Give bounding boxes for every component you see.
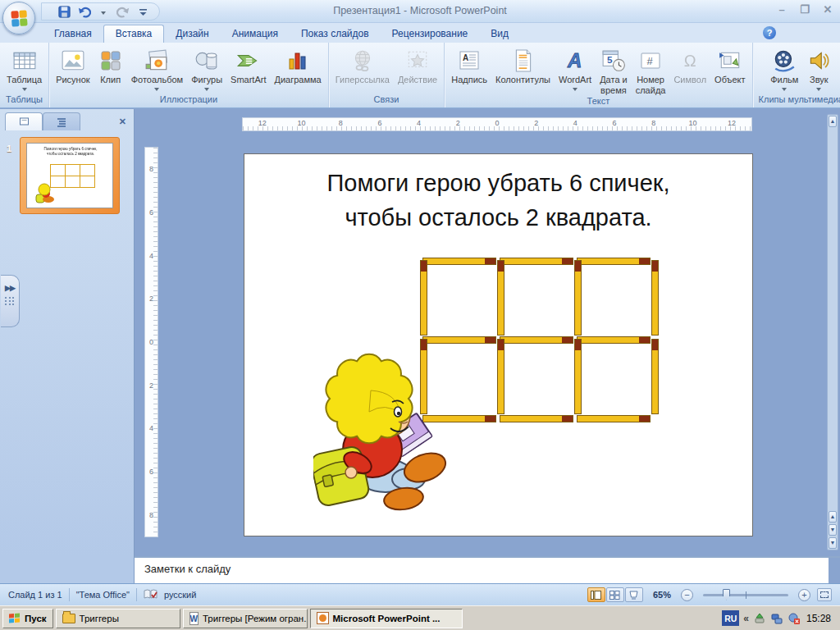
action-icon xyxy=(405,47,430,75)
work-area: ✕ 1 Помоги герою убрать 6 спичек, чтобы … xyxy=(0,109,840,556)
smartart-button[interactable]: SmartArt xyxy=(226,44,270,85)
zoom-in-button[interactable]: + xyxy=(798,589,810,601)
ruler-number: 8 xyxy=(321,118,360,130)
slideshow-view-button[interactable] xyxy=(625,587,643,602)
matchstick[interactable] xyxy=(500,415,573,422)
header-footer-button[interactable]: Колонтитулы xyxy=(491,44,555,85)
date-time-button[interactable]: 5 Дата и время xyxy=(596,44,632,96)
action-button[interactable]: Действие xyxy=(394,44,441,85)
zoom-slider[interactable] xyxy=(703,594,788,596)
tab-outline[interactable] xyxy=(43,112,80,130)
fit-to-window-button[interactable] xyxy=(817,588,832,601)
taskbar-item-folder[interactable]: Триггеры xyxy=(56,609,180,628)
close-button[interactable]: ✕ xyxy=(820,3,835,16)
taskbar-item-powerpoint[interactable]: Microsoft PowerPoint ... xyxy=(310,609,463,628)
matchstick[interactable] xyxy=(577,415,651,422)
hyperlink-button[interactable]: Гиперссылка xyxy=(331,44,394,85)
vertical-ruler: 864202468 xyxy=(144,147,158,537)
start-button[interactable]: Пуск xyxy=(2,609,53,628)
matchstick-grid[interactable] xyxy=(420,258,666,431)
tab-design[interactable]: Дизайн xyxy=(164,25,220,43)
slide-number-button[interactable]: # Номер слайда xyxy=(632,44,670,96)
slide-thumbnail-preview: Помоги герою убрать 6 спичек, чтобы оста… xyxy=(26,143,113,208)
panel-splitter-handle[interactable]: ▶▶ xyxy=(1,275,20,327)
zoom-level[interactable]: 65% xyxy=(653,590,671,600)
matchstick[interactable] xyxy=(574,260,582,336)
network-icon[interactable] xyxy=(770,612,783,625)
tab-animation[interactable]: Анимация xyxy=(221,25,290,43)
ruler-number: 2 xyxy=(517,118,556,130)
group-label-media: Клипы мультимедиа xyxy=(756,94,840,107)
matchstick[interactable] xyxy=(574,339,582,414)
clipart-button[interactable]: Клип xyxy=(94,44,127,85)
powerpoint-icon xyxy=(317,612,329,624)
language-bar[interactable]: RU xyxy=(722,610,739,626)
tab-view[interactable]: Вид xyxy=(479,25,520,43)
matchstick[interactable] xyxy=(500,258,573,265)
spellcheck-icon[interactable] xyxy=(144,588,158,602)
header-footer-icon xyxy=(513,47,534,75)
chart-button[interactable]: Диаграмма xyxy=(271,44,326,85)
chart-icon xyxy=(286,47,309,75)
textbox-button[interactable]: A Надпись xyxy=(447,44,491,85)
matchstick[interactable] xyxy=(422,336,496,344)
matchstick[interactable] xyxy=(422,258,496,265)
safely-remove-icon[interactable] xyxy=(753,612,766,625)
matchstick[interactable] xyxy=(497,339,504,414)
restore-button[interactable]: ❐ xyxy=(797,3,812,16)
matchstick[interactable] xyxy=(577,336,651,344)
disconnected-icon[interactable] xyxy=(788,612,801,625)
next-slide-button[interactable]: ▼ xyxy=(829,524,837,536)
tab-home[interactable]: Главная xyxy=(43,25,103,43)
matchstick[interactable] xyxy=(497,260,504,336)
matchstick[interactable] xyxy=(651,339,659,414)
matchstick[interactable] xyxy=(420,260,427,336)
notes-input[interactable]: Заметки к слайду xyxy=(135,556,829,583)
zoom-out-button[interactable]: − xyxy=(681,589,693,601)
photo-album-button[interactable]: Фотоальбом xyxy=(127,44,188,91)
matchstick[interactable] xyxy=(500,336,573,344)
svg-text:#: # xyxy=(647,55,654,67)
fit-to-window-icon xyxy=(820,591,829,598)
ruler-number: 10 xyxy=(282,118,322,130)
office-button[interactable] xyxy=(2,2,35,34)
tab-insert[interactable]: Вставка xyxy=(103,25,165,43)
wordart-button[interactable]: A WordArt xyxy=(555,44,596,91)
slide-canvas[interactable]: Помоги герою убрать 6 спичек, чтобы оста… xyxy=(244,153,753,536)
zoom-slider-handle[interactable] xyxy=(723,589,730,600)
table-button[interactable]: Таблица xyxy=(2,44,46,91)
sound-button[interactable]: Звук xyxy=(802,44,835,91)
panel-close-icon[interactable]: ✕ xyxy=(115,116,130,130)
language-indicator[interactable]: русский xyxy=(164,590,196,600)
tab-review[interactable]: Рецензирование xyxy=(381,25,480,43)
matchstick[interactable] xyxy=(651,260,659,336)
normal-view-button[interactable] xyxy=(587,587,605,602)
scroll-down-icon[interactable]: ▼ xyxy=(829,537,837,549)
symbol-button[interactable]: Ω Символ xyxy=(669,44,710,85)
slide-thumbnail[interactable]: Помоги герою убрать 6 спичек, чтобы оста… xyxy=(20,137,120,214)
scroll-up-icon[interactable]: ▲ xyxy=(829,116,837,127)
ruler-number: 4 xyxy=(556,118,596,130)
picture-button[interactable]: Рисунок xyxy=(52,44,94,85)
object-button[interactable]: Объект xyxy=(710,44,749,85)
slide-title-textbox[interactable]: Помоги герою убрать 6 спичек, чтобы оста… xyxy=(244,166,752,235)
matchstick[interactable] xyxy=(577,258,651,265)
previous-slide-button[interactable]: ▲ xyxy=(829,511,837,523)
slide-sorter-button[interactable] xyxy=(606,587,624,602)
help-button[interactable]: ? xyxy=(763,26,776,39)
taskbar: Пуск Триггеры W Триггеры [Режим огран...… xyxy=(0,605,840,630)
tab-slides-thumbnails[interactable] xyxy=(5,112,43,130)
ruler-number: 6 xyxy=(595,118,634,130)
taskbar-item-word[interactable]: W Триггеры [Режим огран... xyxy=(183,609,308,628)
vertical-scrollbar[interactable]: ▲ ▲ ▼ ▼ xyxy=(827,114,838,550)
dropdown-arrow-icon xyxy=(816,88,821,91)
cartoon-character[interactable] xyxy=(313,351,451,517)
shapes-button[interactable]: Фигуры xyxy=(187,44,226,91)
minimize-button[interactable]: – xyxy=(774,3,789,16)
dropdown-arrow-icon xyxy=(154,88,159,91)
tab-slideshow[interactable]: Показ слайдов xyxy=(290,25,381,43)
slide-sorter-icon xyxy=(609,591,620,600)
tray-collapse-icon[interactable]: « xyxy=(743,613,749,624)
notes-row: Заметки к слайду xyxy=(0,556,840,583)
movie-button[interactable]: Фильм xyxy=(766,44,802,91)
